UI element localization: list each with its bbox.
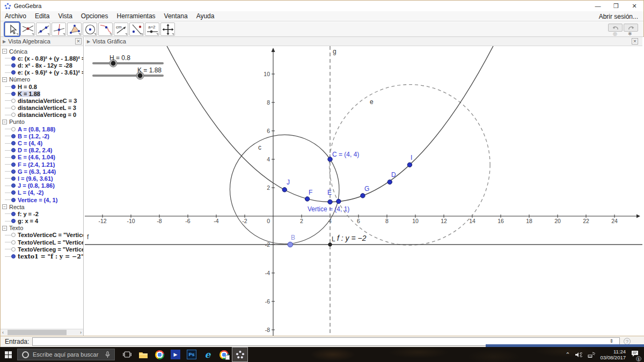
maximize-button[interactable]: ❒	[607, 1, 625, 11]
geogebra-taskbar-button[interactable]	[232, 347, 248, 362]
microphone-icon[interactable]	[105, 351, 110, 358]
move-view-tool-button[interactable]	[160, 23, 175, 36]
object-definition[interactable]: TextoVerticeg = "Verticeg	[18, 246, 84, 253]
object-definition[interactable]: TextoVerticeC = "VerticeC	[18, 232, 84, 238]
move-tool-button[interactable]	[5, 23, 19, 36]
algebra-item[interactable]: L = (4, -2)	[1, 189, 84, 196]
menu-opciones[interactable]: Opciones	[77, 11, 113, 21]
chrome-document-button[interactable]	[216, 347, 232, 362]
network-icon[interactable]	[588, 352, 595, 358]
menu-herramientas[interactable]: Herramientas	[113, 11, 160, 21]
tool-dropdown-arrow[interactable]	[125, 33, 127, 35]
point-E[interactable]	[336, 199, 341, 203]
object-definition[interactable]: L = (4, -2)	[18, 189, 43, 196]
algebra-item[interactable]: B = (1.2, -2)	[1, 132, 84, 139]
visibility-dot[interactable]	[11, 134, 16, 138]
visibility-dot[interactable]	[11, 148, 16, 152]
conic-tool-button[interactable]	[98, 23, 113, 36]
collapse-icon[interactable]: −	[2, 226, 7, 231]
task-view-button[interactable]	[119, 347, 135, 362]
object-definition[interactable]: A = (0.8, 1.88)	[18, 126, 55, 132]
object-definition[interactable]: Vertice = (4, 1)	[18, 197, 57, 203]
point-Vertice[interactable]	[328, 200, 332, 204]
tool-dropdown-arrow[interactable]	[47, 33, 49, 35]
tool-dropdown-arrow[interactable]	[172, 33, 174, 35]
algebra-item[interactable]: H = 0.8	[1, 83, 84, 90]
algebra-item[interactable]: E = (4.6, 1.04)	[1, 154, 84, 161]
tool-dropdown-arrow[interactable]	[32, 33, 34, 35]
visibility-dot[interactable]	[11, 92, 16, 96]
scroll-right-arrow[interactable]: ›	[80, 329, 82, 336]
photoshop-button[interactable]: Ps	[184, 347, 200, 362]
chrome-button[interactable]	[151, 347, 167, 362]
object-definition[interactable]: B = (1.2, -2)	[18, 133, 49, 139]
object-definition[interactable]: f: y = -2	[18, 211, 39, 217]
point-F[interactable]	[305, 197, 309, 201]
file-explorer-button[interactable]	[135, 347, 151, 362]
tool-dropdown-arrow[interactable]	[109, 33, 112, 35]
object-definition[interactable]: E = (4.6, 1.04)	[18, 154, 55, 160]
visibility-dot[interactable]	[11, 247, 16, 252]
volume-icon[interactable]	[575, 352, 582, 358]
input-history-icon[interactable]: ⇕	[609, 338, 613, 344]
movies-tv-button[interactable]: ▶	[167, 347, 184, 362]
object-definition[interactable]: texto1 = "f : y = −2"	[18, 253, 84, 260]
menu-ayuda[interactable]: Ayuda	[192, 11, 219, 21]
panel-collapse-arrow[interactable]: ▶	[87, 39, 90, 44]
open-session-link[interactable]: Abrir sesión...	[599, 13, 638, 20]
visibility-dot[interactable]	[11, 99, 16, 103]
tray-expand-icon[interactable]: ⌃	[565, 351, 570, 358]
algebra-item[interactable]: G = (6.3, 1.44)	[1, 168, 84, 175]
start-button[interactable]	[0, 347, 16, 362]
point-D[interactable]	[387, 180, 392, 184]
algebra-section-recta[interactable]: −Recta	[1, 203, 84, 210]
visibility-dot[interactable]	[11, 198, 16, 202]
algebra-item[interactable]: I = (9.6, 3.61)	[1, 175, 84, 182]
algebra-item[interactable]: e: (x - 9.6)² + (y - 3.61)² = 32	[1, 69, 84, 76]
circle-tool-button[interactable]	[83, 23, 97, 36]
visibility-dot[interactable]	[11, 212, 16, 216]
taskbar-search-box[interactable]: Escribe aquí para buscar	[17, 349, 115, 360]
visibility-dot[interactable]	[11, 183, 16, 188]
close-button[interactable]: ✕	[625, 1, 643, 11]
object-definition[interactable]: K = 1.88	[18, 91, 40, 97]
algebra-close-icon[interactable]: ✕	[75, 38, 82, 45]
algebra-item[interactable]: C = (4, 4)	[1, 139, 84, 146]
collapse-icon[interactable]: −	[2, 49, 7, 54]
algebra-item[interactable]: D = (8.2, 2.4)	[1, 147, 84, 154]
measure-tool-button[interactable]: cm	[114, 23, 128, 36]
algebra-item[interactable]: g: x = 4	[1, 218, 84, 225]
visibility-dot[interactable]	[11, 162, 16, 167]
visibility-dot[interactable]	[11, 106, 16, 110]
algebra-item[interactable]: A = (0.8, 1.88)	[1, 125, 84, 132]
object-definition[interactable]: distanciaVerticeC = 3	[18, 98, 77, 104]
menu-vista[interactable]: Vista	[54, 11, 76, 21]
point-tool-button[interactable]	[20, 23, 35, 36]
object-definition[interactable]: e: (x - 9.6)² + (y - 3.61)² = 32	[18, 69, 84, 76]
object-definition[interactable]: I = (9.6, 3.61)	[18, 175, 53, 182]
object-definition[interactable]: F = (2.4, 1.21)	[18, 161, 55, 168]
visibility-dot[interactable]	[11, 169, 16, 174]
slider-tool-button[interactable]: a=2	[145, 23, 159, 36]
notification-center-button[interactable]: 1	[631, 350, 639, 359]
object-definition[interactable]: c: (x - 0.8)² + (y - 1.88)² = 14	[18, 55, 84, 62]
algebra-item[interactable]: F = (2.4, 1.21)	[1, 161, 84, 168]
menu-archivo[interactable]: Archivo	[1, 11, 31, 21]
menu-edita[interactable]: Edita	[31, 11, 54, 21]
menu-ventana[interactable]: Ventana	[160, 11, 192, 21]
object-definition[interactable]: H = 0.8	[18, 84, 37, 90]
point-G[interactable]	[361, 194, 365, 198]
object-definition[interactable]: d: x² - 8x - 12y = -28	[18, 62, 72, 69]
algebra-item[interactable]: texto1 = "f : y = −2"	[1, 253, 84, 260]
point-I[interactable]	[407, 162, 412, 167]
graphics-canvas[interactable]: -12-10-8-6-4-224681012141618202224108642…	[85, 46, 642, 336]
tool-dropdown-arrow[interactable]	[16, 33, 18, 35]
object-definition[interactable]: C = (4, 4)	[18, 140, 42, 146]
redo-button[interactable]	[624, 24, 638, 32]
collapse-icon[interactable]: −	[2, 204, 7, 209]
point-B[interactable]	[288, 242, 293, 247]
point-J[interactable]	[282, 188, 287, 192]
algebra-item[interactable]: TextoVerticeg = "Verticeg	[1, 246, 84, 253]
visibility-dot[interactable]	[11, 219, 16, 223]
visibility-dot[interactable]	[11, 127, 16, 131]
